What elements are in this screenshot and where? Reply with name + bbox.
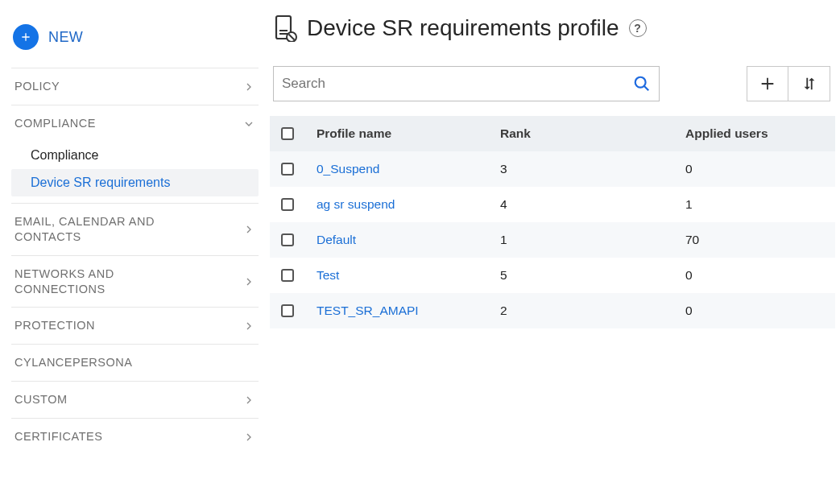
plus-icon <box>759 75 776 93</box>
sidebar-item-cylancepersona[interactable]: CYLANCEPERSONA <box>11 344 259 381</box>
sidebar-nav: POLICY COMPLIANCE Compliance Device SR r… <box>11 68 259 455</box>
page-header: Device SR requirements profile ? <box>270 14 835 42</box>
profile-name-link[interactable]: TEST_SR_AMAPI <box>317 304 500 318</box>
search-input[interactable] <box>282 76 627 92</box>
row-checkbox[interactable] <box>281 163 294 176</box>
col-header-name[interactable]: Profile name <box>317 126 500 141</box>
sort-button[interactable] <box>788 66 830 101</box>
help-icon[interactable]: ? <box>629 19 647 37</box>
device-profile-icon <box>273 14 297 42</box>
svg-line-6 <box>644 86 648 90</box>
profiles-table: Profile name Rank Applied users 0_Suspen… <box>270 116 835 328</box>
row-checkbox[interactable] <box>281 304 294 317</box>
sidebar-item-protection[interactable]: PROTECTION <box>11 307 259 344</box>
search-box <box>273 66 660 101</box>
profile-users: 0 <box>685 162 824 176</box>
add-button[interactable] <box>747 66 788 101</box>
sidebar-item-label: POLICY <box>14 79 60 94</box>
sidebar-item-networks[interactable]: NETWORKS AND CONNECTIONS <box>11 255 259 308</box>
sidebar-item-label: CUSTOM <box>14 392 68 407</box>
sidebar-item-label: COMPLIANCE <box>14 116 96 131</box>
chevron-right-icon <box>242 275 255 288</box>
sidebar-item-label: CYLANCEPERSONA <box>14 355 132 370</box>
table-row: TEST_SR_AMAPI20 <box>270 293 835 328</box>
chevron-right-icon <box>242 394 255 407</box>
col-header-users[interactable]: Applied users <box>685 126 824 141</box>
row-checkbox[interactable] <box>281 233 294 246</box>
select-all-checkbox[interactable] <box>281 127 294 140</box>
plus-circle-icon <box>13 24 39 50</box>
svg-point-5 <box>635 77 646 88</box>
chevron-right-icon <box>242 431 255 444</box>
row-checkbox[interactable] <box>281 198 294 211</box>
sidebar-item-compliance[interactable]: COMPLIANCE <box>11 105 259 142</box>
col-header-rank[interactable]: Rank <box>500 126 685 141</box>
chevron-right-icon <box>242 223 255 236</box>
table-row: Test50 <box>270 258 835 293</box>
profile-rank: 3 <box>500 162 685 176</box>
chevron-right-icon <box>242 81 255 93</box>
table-row: Default170 <box>270 222 835 258</box>
sort-icon <box>801 75 818 93</box>
profile-name-link[interactable]: ag sr suspend <box>317 197 500 212</box>
sidebar-item-label: PROTECTION <box>14 318 95 333</box>
sidebar: NEW POLICY COMPLIANCE Compliance Device … <box>0 0 270 504</box>
page-title: Device SR requirements profile <box>307 15 619 41</box>
profile-rank: 2 <box>500 304 685 318</box>
search-icon[interactable] <box>633 75 651 93</box>
sidebar-item-policy[interactable]: POLICY <box>11 68 259 105</box>
action-buttons <box>747 66 830 101</box>
main-panel: Device SR requirements profile ? <box>270 0 840 504</box>
profile-users: 0 <box>685 268 824 283</box>
sidebar-item-certificates[interactable]: CERTIFICATES <box>11 418 259 455</box>
profile-name-link[interactable]: Test <box>317 268 500 283</box>
sidebar-subitem-compliance[interactable]: Compliance <box>11 142 259 169</box>
new-button[interactable]: NEW <box>11 16 259 68</box>
profile-rank: 1 <box>500 233 685 247</box>
sidebar-item-label: CERTIFICATES <box>14 429 102 444</box>
profile-rank: 4 <box>500 197 685 212</box>
profile-users: 70 <box>685 233 824 247</box>
profile-users: 1 <box>685 197 824 212</box>
table-row: ag sr suspend41 <box>270 187 835 222</box>
profile-users: 0 <box>685 304 824 318</box>
profile-name-link[interactable]: 0_Suspend <box>317 162 500 176</box>
sidebar-subitem-device-sr[interactable]: Device SR requirements <box>11 169 259 196</box>
profile-name-link[interactable]: Default <box>317 233 500 247</box>
table-header: Profile name Rank Applied users <box>270 116 835 151</box>
table-row: 0_Suspend30 <box>270 151 835 187</box>
row-checkbox[interactable] <box>281 269 294 282</box>
sidebar-item-label: NETWORKS AND CONNECTIONS <box>14 266 192 297</box>
sidebar-item-email-calendar[interactable]: EMAIL, CALENDAR AND CONTACTS <box>11 203 259 255</box>
toolbar <box>270 66 835 101</box>
sidebar-item-custom[interactable]: CUSTOM <box>11 381 259 418</box>
table-body: 0_Suspend30ag sr suspend41Default170Test… <box>270 151 835 328</box>
sidebar-item-label: EMAIL, CALENDAR AND CONTACTS <box>14 214 192 245</box>
new-button-label: NEW <box>48 29 83 46</box>
compliance-subitems: Compliance Device SR requirements <box>11 142 259 203</box>
chevron-down-icon <box>242 118 255 130</box>
profile-rank: 5 <box>500 268 685 283</box>
chevron-right-icon <box>242 320 255 333</box>
